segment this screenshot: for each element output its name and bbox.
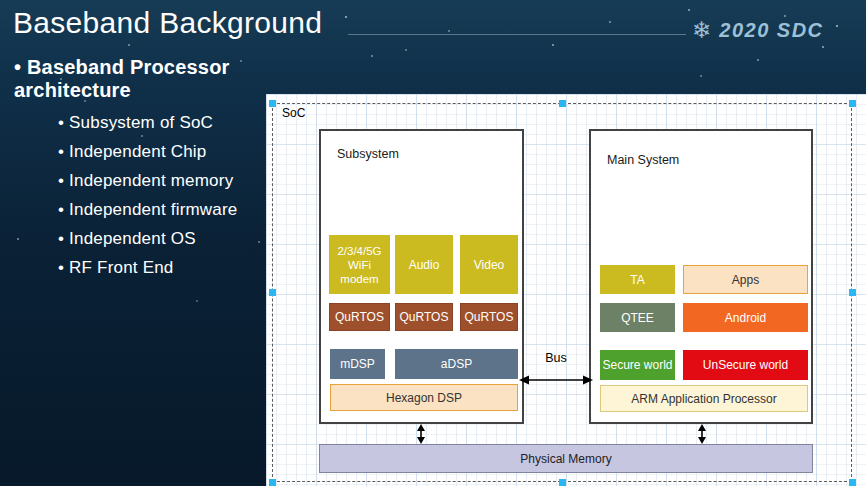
soc-label: SoC (282, 106, 305, 120)
main-system-box[interactable]: Main System TA Apps QTEE Android Secure … (589, 129, 813, 424)
star-dot (609, 21, 611, 23)
snowflake-icon: ❄ (692, 19, 711, 42)
subsystem-title: Subsystem (337, 147, 399, 161)
bus-label: Bus (534, 351, 578, 365)
bus-arrow[interactable] (519, 373, 593, 387)
bullet-level2-list: Subsystem of SoC Independent Chip Indepe… (58, 113, 264, 278)
audio-block[interactable]: Audio (395, 235, 453, 294)
list-item: RF Front End (58, 258, 264, 278)
list-item: Independent OS (58, 229, 264, 249)
resize-handle-e[interactable] (849, 289, 856, 296)
bullet-list: Baseband Processor architecture Subsyste… (14, 56, 264, 287)
mdsp-block[interactable]: mDSP (330, 349, 385, 379)
ta-block[interactable]: TA (600, 265, 675, 294)
list-item: Independent memory (58, 171, 264, 191)
logo-text: 2020 SDC (719, 19, 823, 42)
resize-handle-ne[interactable] (849, 100, 856, 107)
list-item: Independent Chip (58, 142, 264, 162)
resize-handle-n[interactable] (559, 100, 566, 107)
star-dot (822, 46, 824, 48)
subsystem-box[interactable]: Subsystem 2/3/4/5G WiFi modem Audio Vide… (319, 129, 524, 424)
title-divider (348, 34, 686, 35)
physical-memory-label: Physical Memory (520, 452, 611, 466)
star-dot (552, 44, 554, 46)
list-item: Subsystem of SoC (58, 113, 264, 133)
star-dot (196, 300, 198, 302)
physical-memory-block[interactable]: Physical Memory (319, 444, 813, 473)
resize-handle-nw[interactable] (269, 100, 276, 107)
sdc-logo: ❄ 2020 SDC (692, 19, 824, 42)
qurtos-block-2[interactable]: QuRTOS (395, 303, 453, 331)
android-block[interactable]: Android (683, 303, 808, 332)
resize-handle-se[interactable] (849, 479, 856, 486)
qurtos-block-3[interactable]: QuRTOS (460, 303, 518, 331)
unsecure-world-block[interactable]: UnSecure world (683, 350, 808, 380)
qtee-block[interactable]: QTEE (600, 303, 675, 332)
subsystem-memory-arrow[interactable] (415, 424, 427, 444)
star-dot (784, 15, 786, 17)
star-dot (345, 16, 347, 18)
page-title: Baseband Background (13, 6, 322, 40)
star-dot (405, 49, 407, 51)
qurtos-block-1[interactable]: QuRTOS (329, 303, 390, 331)
adsp-block[interactable]: aDSP (395, 349, 518, 379)
resize-handle-w[interactable] (269, 289, 276, 296)
list-item: Independent firmware (58, 200, 264, 220)
hexagon-dsp-block[interactable]: Hexagon DSP (330, 384, 518, 411)
star-dot (371, 55, 373, 57)
star-dot (688, 9, 690, 11)
mainsystem-memory-arrow[interactable] (696, 424, 708, 444)
diagram-canvas[interactable]: SoC Subsystem 2/3/4/5G WiFi modem Audio … (266, 94, 866, 486)
star-dot (836, 25, 838, 27)
star-dot (448, 30, 450, 32)
main-system-title: Main System (607, 153, 679, 167)
secure-world-block[interactable]: Secure world (600, 350, 675, 380)
star-dot (128, 44, 130, 46)
resize-handle-sw[interactable] (269, 479, 276, 486)
resize-handle-s[interactable] (559, 479, 566, 486)
apps-block[interactable]: Apps (683, 265, 808, 294)
video-block[interactable]: Video (460, 235, 518, 294)
modem-block[interactable]: 2/3/4/5G WiFi modem (329, 235, 390, 294)
bullet-level1: Baseband Processor architecture (14, 56, 264, 102)
arm-processor-block[interactable]: ARM Application Processor (600, 385, 808, 412)
star-dot (757, 59, 759, 61)
star-dot (700, 75, 702, 77)
